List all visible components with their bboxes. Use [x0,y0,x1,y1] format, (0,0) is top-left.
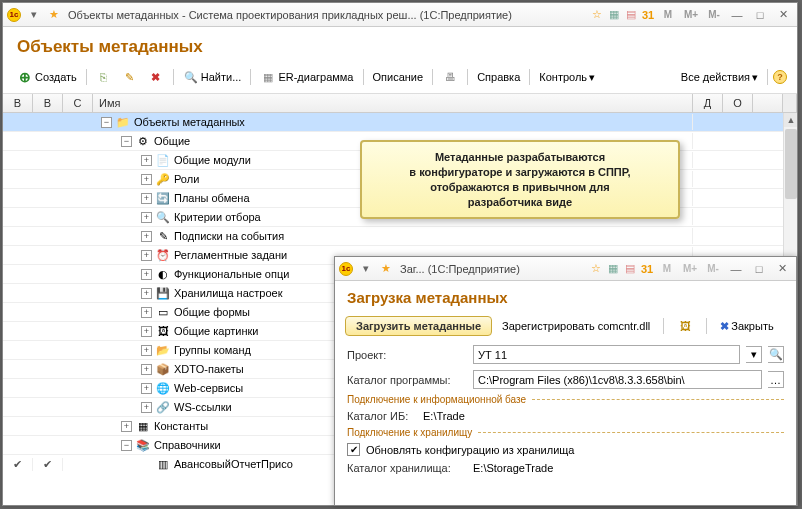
progdir-label: Каталог программы: [347,374,467,386]
update-row: ✔ Обновлять конфигурацию из хранилища [335,440,796,459]
help-button[interactable]: Справка [473,69,524,85]
expand-toggle[interactable]: + [121,421,132,432]
close-button[interactable]: ✕ [772,261,792,277]
expand-toggle[interactable]: + [141,155,152,166]
ws-icon: 🔗 [155,399,171,415]
print-button[interactable]: 🖶 [438,67,462,87]
maximize-button[interactable]: □ [750,7,770,23]
expand-toggle[interactable]: + [141,288,152,299]
col-e[interactable] [753,94,783,112]
find-button[interactable]: 🔍Найти... [179,67,246,87]
dropdown-icon[interactable]: ▾ [356,261,376,277]
expand-toggle[interactable]: + [141,364,152,375]
tool-icon[interactable]: ▦ [607,8,621,22]
sub-content: Загрузка метаданных Загрузить метаданные… [335,281,796,477]
col-d[interactable]: Д [693,94,723,112]
cell-b2: ✔ [33,458,63,471]
all-actions-button[interactable]: Все действия ▾ [677,69,762,86]
catalog-icon: 📚 [135,437,151,453]
m-button[interactable]: M [658,7,678,23]
progdir-input[interactable]: C:\Program Files (x86)\1cv8\8.3.3.658\bi… [473,370,762,389]
project-input[interactable]: УТ 11 [473,345,740,364]
edit-button[interactable]: ✎ [118,67,142,87]
expand-toggle[interactable]: + [141,174,152,185]
col-b1[interactable]: В [3,94,33,112]
item-icon: ▥ [155,456,171,472]
tool-icon[interactable]: ▦ [606,262,620,276]
expand-toggle[interactable]: + [141,250,152,261]
expand-toggle[interactable]: + [141,212,152,223]
all-actions-label: Все действия [681,71,750,83]
window-title: Объекты метаданных - Система проектирова… [64,9,587,21]
schedule-icon: ⏰ [155,247,171,263]
update-checkbox[interactable]: ✔ [347,443,360,456]
maximize-button[interactable]: □ [749,261,769,277]
star-icon[interactable]: ☆ [590,8,604,22]
close-button[interactable]: ✖ Закрыть [716,318,777,335]
close-label: Закрыть [731,320,773,332]
calc-icon[interactable]: ▤ [623,262,637,276]
expand-toggle[interactable]: + [141,345,152,356]
tree-label: Объекты метаданных [134,116,245,128]
desc-label: Описание [373,71,424,83]
col-b2[interactable]: В [33,94,63,112]
project-search[interactable]: 🔍 [768,346,784,363]
tree-label: XDTO-пакеты [174,363,244,375]
sub-toolbar: Загрузить метаданные Зарегистрировать co… [335,310,796,342]
copy-button[interactable]: ⎘ [92,67,116,87]
create-button[interactable]: ⊕Создать [13,67,81,87]
dropdown-icon[interactable]: ▾ [24,7,44,23]
tree-row[interactable]: −📁Объекты метаданных [3,113,797,132]
picture-button[interactable]: 🖼 [673,316,697,336]
picture-icon: 🖼 [677,318,693,334]
tree-row[interactable]: +✎Подписки на события [3,227,797,246]
expand-toggle[interactable]: + [141,307,152,318]
calc-icon[interactable]: ▤ [624,8,638,22]
tree-label: Функциональные опци [174,268,289,280]
expand-toggle[interactable]: + [141,231,152,242]
app-logo-icon: 1c [339,262,353,276]
progdir-browse[interactable]: … [768,371,784,388]
expand-toggle[interactable]: + [141,383,152,394]
help-icon[interactable]: ? [773,70,787,84]
er-button[interactable]: ▦ER-диаграмма [256,67,357,87]
web-icon: 🌐 [155,380,171,396]
progdir-value: C:\Program Files (x86)\1cv8\8.3.3.658\bi… [478,374,685,386]
calendar-icon[interactable]: 31 [641,8,655,22]
m-plus-button[interactable]: M+ [681,7,701,23]
expand-toggle[interactable]: − [121,136,132,147]
expand-toggle[interactable]: − [121,440,132,451]
project-label: Проект: [347,349,467,361]
modules-icon: 📄 [155,152,171,168]
scroll-up[interactable]: ▲ [784,113,797,127]
calendar-icon[interactable]: 31 [640,262,654,276]
register-button[interactable]: Зарегистрировать comcntr.dll [498,318,654,334]
expand-toggle[interactable]: + [141,269,152,280]
minimize-button[interactable]: — [727,7,747,23]
project-dropdown[interactable]: ▾ [746,346,762,363]
star-icon[interactable]: ☆ [589,262,603,276]
favorite-icon[interactable]: ★ [47,8,61,22]
expand-toggle[interactable]: − [101,117,112,128]
sub-window: 1c ▾ ★ Заг... (1С:Предприятие) ☆ ▦ ▤ 31 … [334,256,797,506]
m-minus-button[interactable]: M- [704,7,724,23]
desc-button[interactable]: Описание [369,69,428,85]
storage-icon: 💾 [155,285,171,301]
delete-button[interactable]: ✖ [144,67,168,87]
col-c[interactable]: С [63,94,93,112]
close-button[interactable]: ✕ [773,7,793,23]
expand-toggle[interactable]: + [141,402,152,413]
col-o[interactable]: О [723,94,753,112]
col-name[interactable]: Имя [93,94,693,112]
m-plus-button[interactable]: M+ [680,261,700,277]
minimize-button[interactable]: — [726,261,746,277]
m-button[interactable]: M [657,261,677,277]
tree-label: WS-ссылки [174,401,232,413]
expand-toggle[interactable]: + [141,326,152,337]
m-minus-button[interactable]: M- [703,261,723,277]
expand-toggle[interactable]: + [141,193,152,204]
favorite-icon[interactable]: ★ [379,262,393,276]
load-metadata-button[interactable]: Загрузить метаданные [345,316,492,336]
scroll-thumb[interactable] [785,129,797,199]
control-button[interactable]: Контроль ▾ [535,69,599,86]
